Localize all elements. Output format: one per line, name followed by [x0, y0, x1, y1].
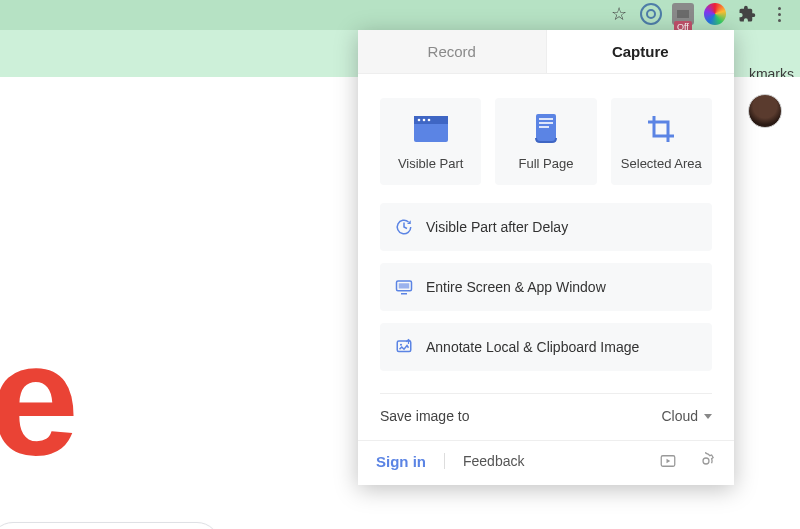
caret-down-icon	[704, 414, 712, 419]
tile-visible-part[interactable]: Visible Part	[380, 98, 481, 185]
row-visible-delay[interactable]: Visible Part after Delay	[380, 203, 712, 251]
svg-point-0	[647, 10, 655, 18]
toolbar-icons: ☆ Off	[608, 3, 790, 25]
capture-tiles: Visible Part Full Page Selected Area	[358, 74, 734, 203]
tile-label: Full Page	[519, 156, 574, 171]
video-library-icon[interactable]	[658, 451, 678, 471]
svg-point-14	[400, 344, 402, 346]
row-annotate-image[interactable]: Annotate Local & Clipboard Image	[380, 323, 712, 371]
crop-icon	[644, 116, 678, 142]
svg-point-4	[417, 119, 420, 122]
popup-tabs: Record Capture	[358, 30, 734, 74]
google-logo-fragment: e	[0, 307, 79, 491]
feedback-link[interactable]: Feedback	[463, 453, 524, 469]
monitor-icon	[394, 277, 414, 297]
save-destination-row: Save image to Cloud	[358, 394, 734, 440]
chrome-menu-button[interactable]	[768, 3, 790, 25]
clock-delay-icon	[394, 217, 414, 237]
popup-footer: Sign in Feedback	[358, 440, 734, 485]
svg-rect-9	[539, 122, 553, 124]
divider	[444, 453, 445, 469]
svg-point-6	[427, 119, 430, 122]
scroll-page-icon	[529, 116, 563, 142]
row-label: Entire Screen & App Window	[426, 279, 606, 295]
svg-point-5	[422, 119, 425, 122]
extension-2-icon[interactable]: Off	[672, 3, 694, 25]
tab-record[interactable]: Record	[358, 30, 547, 73]
save-destination-select[interactable]: Cloud	[661, 408, 712, 424]
tile-selected-area[interactable]: Selected Area	[611, 98, 712, 185]
nimbus-extension-icon[interactable]	[704, 3, 726, 25]
svg-rect-10	[539, 126, 549, 128]
settings-gear-icon[interactable]	[696, 451, 716, 471]
svg-rect-8	[539, 118, 553, 120]
row-label: Annotate Local & Clipboard Image	[426, 339, 639, 355]
save-value: Cloud	[661, 408, 698, 424]
star-icon: ☆	[611, 3, 627, 25]
image-upload-icon	[394, 337, 414, 357]
row-label: Visible Part after Delay	[426, 219, 568, 235]
google-search-input[interactable]	[0, 522, 220, 529]
browser-tabstrip: ☆ Off	[0, 0, 800, 30]
row-entire-screen[interactable]: Entire Screen & App Window	[380, 263, 712, 311]
browser-window-icon	[414, 116, 448, 142]
extensions-puzzle-icon[interactable]	[736, 3, 758, 25]
bookmark-star-button[interactable]: ☆	[608, 3, 630, 25]
tile-label: Visible Part	[398, 156, 464, 171]
svg-rect-1	[677, 10, 689, 18]
save-label: Save image to	[380, 408, 470, 424]
extension-1-icon[interactable]	[640, 3, 662, 25]
capture-rows: Visible Part after Delay Entire Screen &…	[358, 203, 734, 371]
signin-link[interactable]: Sign in	[376, 453, 426, 470]
tile-label: Selected Area	[621, 156, 702, 171]
tile-full-page[interactable]: Full Page	[495, 98, 596, 185]
tab-capture[interactable]: Capture	[547, 30, 735, 73]
nimbus-popup: Record Capture Visible Part Full Page Se…	[358, 30, 734, 485]
profile-avatar[interactable]	[748, 94, 782, 128]
svg-rect-12	[399, 283, 410, 288]
